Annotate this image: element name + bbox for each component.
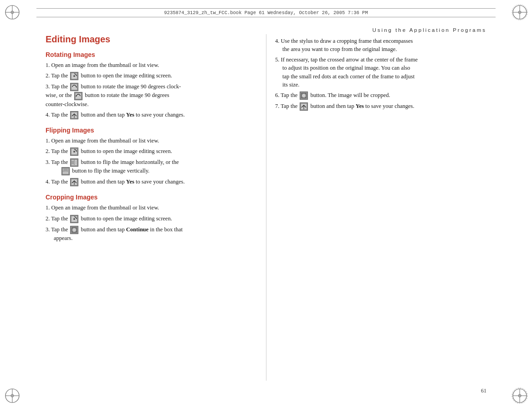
right-step-7: 7. Tap the button and then tap Yes to sa… (275, 102, 486, 111)
flipping-step-2: 2. Tap the button to open the image edit… (46, 147, 257, 156)
svg-rect-34 (63, 168, 68, 171)
svg-rect-31 (75, 161, 77, 164)
right-column: 4. Use the stylus to draw a cropping fra… (275, 34, 486, 381)
save-icon-f (70, 178, 78, 186)
corner-mark-tl (4, 4, 21, 21)
cropping-step-1: 1. Open an image from the thumbnail or l… (46, 204, 257, 212)
svg-point-27 (73, 151, 75, 153)
section-cropping: Cropping Images 1. Open an image from th… (46, 194, 257, 242)
svg-rect-30 (72, 161, 74, 164)
content-area: Editing Images Rotating Images 1. Open a… (46, 34, 486, 381)
page-container: 9235874_3129_zh_tw_FCC.book Page 61 Wedn… (0, 0, 532, 408)
cropping-step-2: 2. Tap the button to open the image edit… (46, 214, 257, 223)
header-file-info: 9235874_3129_zh_tw_FCC.book Page 61 Wedn… (164, 10, 368, 15)
rotating-step-3: 3. Tap the button to rotate the image 90… (46, 82, 257, 108)
corner-mark-tr (511, 4, 528, 21)
flipping-step-3: 3. Tap the button to flip the image hori… (46, 158, 257, 175)
svg-point-39 (73, 218, 75, 220)
open-edit-icon-2 (70, 148, 78, 156)
section-rotating: Rotating Images 1. Open an image from th… (46, 51, 257, 119)
flipping-step-4: 4. Tap the button and then tap Yes to sa… (46, 178, 257, 186)
left-column: Editing Images Rotating Images 1. Open a… (46, 34, 257, 381)
page-number: 61 (481, 388, 486, 394)
rotating-step-4: 4. Tap the button and then tap Yes to sa… (46, 111, 257, 119)
open-edit-icon-3 (70, 215, 78, 223)
section-title-text: Using the Application Programs (373, 27, 486, 33)
cropping-step-3: 3. Tap the button and then tap Continue … (46, 225, 257, 242)
cropping-heading: Cropping Images (46, 194, 257, 201)
svg-rect-35 (63, 172, 68, 174)
yes-label-f: Yes (126, 178, 134, 185)
open-edit-icon-1 (70, 72, 78, 80)
header-bar: 9235874_3129_zh_tw_FCC.book Page 61 Wedn… (36, 8, 496, 17)
save-icon-r7 (300, 102, 308, 111)
corner-mark-br (511, 387, 528, 404)
right-step-4: 4. Use the stylus to draw a cropping fra… (275, 37, 486, 53)
rotate-ccw-icon (74, 92, 82, 100)
flipping-heading: Flipping Images (46, 127, 257, 134)
corner-mark-bl (4, 387, 21, 404)
flip-v-icon (61, 167, 70, 175)
rotating-heading: Rotating Images (46, 51, 257, 58)
svg-point-19 (73, 75, 75, 77)
section-header-right: Using the Application Programs (373, 27, 486, 33)
rotating-step-2: 2. Tap the button to open the image edit… (46, 71, 257, 80)
crop-icon-c (70, 226, 78, 234)
rotate-cw-icon (70, 83, 78, 91)
flipping-step-1: 1. Open an image from the thumbnail or l… (46, 137, 257, 145)
flip-h-icon (70, 158, 78, 167)
continue-label: Continue (126, 226, 148, 233)
yes-label-r1: Yes (126, 112, 134, 118)
save-icon-r (70, 111, 78, 119)
main-heading: Editing Images (46, 34, 257, 45)
yes-label-r7: Yes (356, 103, 364, 109)
section-flipping: Flipping Images 1. Open an image from th… (46, 127, 257, 187)
right-step-6: 6. Tap the button. The image will be cro… (275, 91, 486, 100)
rotating-step-1: 1. Open an image from the thumbnail or l… (46, 61, 257, 69)
right-step-5: 5. If necessary, tap the crossed arrow a… (275, 56, 486, 89)
crop-icon-r6 (300, 92, 308, 100)
